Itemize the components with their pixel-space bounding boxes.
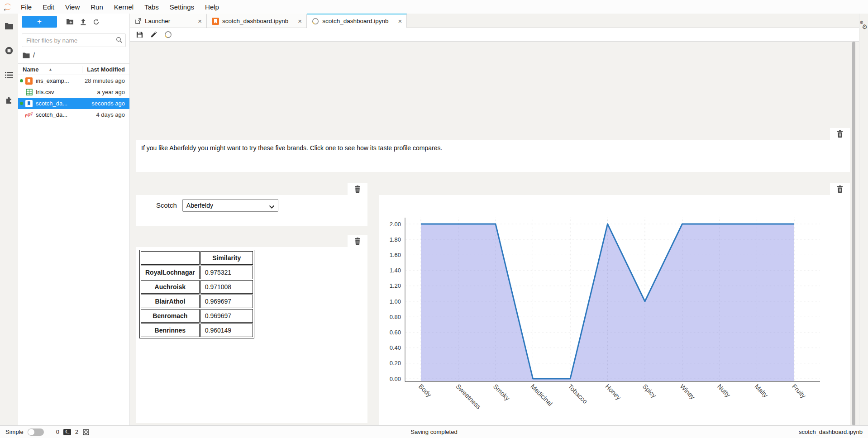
- status-message: Saving completed: [0, 428, 868, 435]
- menu-view[interactable]: View: [60, 0, 85, 14]
- svg-text:Nutty: Nutty: [716, 383, 732, 399]
- brand-name[interactable]: RoyalLochnagar: [141, 266, 200, 279]
- svg-text:Smoky: Smoky: [492, 383, 511, 402]
- file-name: iris_examp...: [34, 77, 85, 84]
- new-launcher-button[interactable]: +: [22, 16, 57, 28]
- table-row[interactable]: RoyalLochnagar0.975321: [141, 266, 253, 279]
- menu-items: FileEditViewRunKernelTabsSettingsHelp: [15, 0, 224, 14]
- menu-help[interactable]: Help: [200, 0, 224, 14]
- save-button[interactable]: [136, 31, 143, 38]
- extension-manager-icon[interactable]: [0, 91, 18, 108]
- running-sessions-icon[interactable]: [0, 43, 18, 59]
- taste-profile-chart-cell: 0.000.200.400.600.801.001.201.401.601.80…: [379, 183, 850, 423]
- similarity-value: 0.960149: [200, 324, 253, 337]
- running-dot: [18, 102, 24, 105]
- file-row-pdf[interactable]: PDFscotch_da...4 days ago: [18, 109, 129, 120]
- delete-cell-button[interactable]: [830, 128, 850, 140]
- filter-files-input[interactable]: [22, 33, 126, 47]
- right-sidebar-rail: ⚙⚙: [859, 14, 868, 425]
- file-row-notebook[interactable]: iris_examp...28 minutes ago: [18, 75, 129, 86]
- menu-file[interactable]: File: [15, 0, 37, 14]
- dock-panel: Launcher×scotch_dashboard.ipynb×scotch_d…: [130, 14, 859, 425]
- delete-cell-button[interactable]: [348, 183, 367, 195]
- svg-text:0.80: 0.80: [390, 314, 401, 320]
- table-header: Similarity: [200, 251, 253, 265]
- menu-run[interactable]: Run: [85, 0, 109, 14]
- csv-file-icon: [24, 89, 34, 95]
- dashboard-canvas: If you like Aberfeldy you might want to …: [130, 42, 859, 425]
- tab-scotch-dashboard-ipynb[interactable]: scotch_dashboard.ipynb×: [307, 14, 407, 28]
- terminal-icon[interactable]: $_: [63, 429, 71, 435]
- menu-edit[interactable]: Edit: [37, 0, 60, 14]
- breadcrumb[interactable]: /: [18, 49, 129, 62]
- svg-text:Winey: Winey: [678, 383, 696, 401]
- svg-text:Tobacco: Tobacco: [567, 383, 589, 405]
- table-of-contents-icon[interactable]: [0, 67, 18, 83]
- simple-mode-toggle[interactable]: [28, 428, 44, 436]
- svg-text:0.00: 0.00: [390, 376, 401, 382]
- svg-text:2.00: 2.00: [390, 221, 401, 228]
- file-modified: a year ago: [97, 89, 125, 95]
- file-name: Iris.csv: [34, 89, 97, 95]
- terminal-count[interactable]: 0: [56, 428, 59, 435]
- brand-name[interactable]: Benromach: [141, 309, 200, 323]
- trash-icon: [354, 238, 361, 245]
- kernel-circle-icon: [312, 18, 319, 25]
- file-name: scotch_da...: [34, 100, 91, 107]
- close-icon[interactable]: ×: [391, 17, 402, 25]
- file-browser-icon[interactable]: [0, 18, 18, 34]
- notebook-file-icon: [24, 100, 34, 107]
- table-row[interactable]: BlairAthol0.969697: [141, 295, 253, 308]
- tab-scotch-dashboard-ipynb[interactable]: scotch_dashboard.ipynb×: [207, 14, 307, 28]
- brand-name[interactable]: BlairAthol: [141, 295, 200, 308]
- svg-text:0.20: 0.20: [390, 360, 401, 367]
- file-list: iris_examp...28 minutes agoIris.csva yea…: [18, 75, 129, 120]
- brand-name[interactable]: Auchroisk: [141, 280, 200, 294]
- tab-bar: Launcher×scotch_dashboard.ipynb×scotch_d…: [130, 14, 859, 28]
- similarity-value: 0.969697: [200, 295, 253, 308]
- scotch-dropdown[interactable]: Aberfeldy: [182, 199, 278, 212]
- current-file-label: scotch_dashboard.ipynb: [799, 428, 863, 435]
- file-row-csv[interactable]: Iris.csva year ago: [18, 86, 129, 98]
- close-icon[interactable]: ×: [291, 17, 302, 25]
- svg-text:Malty: Malty: [753, 383, 769, 399]
- svg-text:Spicy: Spicy: [641, 383, 658, 400]
- simple-mode-label: Simple: [5, 428, 24, 435]
- kernel-status-icon[interactable]: [164, 31, 172, 38]
- delete-cell-button[interactable]: [348, 235, 367, 247]
- tab-label: Launcher: [145, 18, 170, 24]
- refresh-button[interactable]: [93, 19, 100, 25]
- dashboard-settings-icon[interactable]: ⚙⚙: [860, 21, 868, 33]
- table-row[interactable]: Benrinnes0.960149: [141, 324, 253, 337]
- menu-settings[interactable]: Settings: [164, 0, 200, 14]
- svg-text:1.40: 1.40: [390, 267, 401, 274]
- tab-launcher[interactable]: Launcher×: [130, 14, 207, 28]
- breadcrumb-root[interactable]: /: [33, 52, 35, 59]
- column-last-modified[interactable]: Last Modified: [82, 66, 129, 73]
- delete-cell-button[interactable]: [830, 183, 850, 195]
- taste-profile-area-chart[interactable]: 0.000.200.400.600.801.001.201.401.601.80…: [379, 195, 850, 423]
- similarity-value: 0.975321: [200, 266, 253, 279]
- vertical-scrollbar[interactable]: [852, 42, 855, 425]
- upload-button[interactable]: [80, 19, 86, 25]
- file-row-notebook[interactable]: scotch_da...seconds ago: [18, 98, 129, 109]
- svg-text:Honey: Honey: [604, 383, 622, 401]
- menu-tabs[interactable]: Tabs: [139, 0, 164, 14]
- trash-icon: [837, 130, 843, 138]
- close-icon[interactable]: ×: [191, 17, 202, 25]
- main-area: + /: [0, 14, 868, 425]
- svg-text:Sweetness: Sweetness: [454, 383, 482, 410]
- filter-files: [22, 33, 126, 47]
- notebook-icon: [212, 18, 219, 25]
- table-row[interactable]: Benromach0.969697: [141, 309, 253, 323]
- table-row[interactable]: Auchroisk0.971008: [141, 280, 253, 294]
- new-folder-button[interactable]: [66, 19, 74, 25]
- brand-name[interactable]: Benrinnes: [141, 324, 200, 337]
- edit-button[interactable]: [150, 31, 157, 38]
- column-name[interactable]: Name ▲: [18, 66, 82, 73]
- kernel-count[interactable]: 2: [75, 428, 78, 435]
- markdown-cell: If you like Aberfeldy you might want to …: [136, 128, 850, 172]
- menu-kernel[interactable]: Kernel: [109, 0, 139, 14]
- file-browser-toolbar: +: [18, 14, 129, 30]
- kernel-chip-icon[interactable]: [82, 428, 90, 436]
